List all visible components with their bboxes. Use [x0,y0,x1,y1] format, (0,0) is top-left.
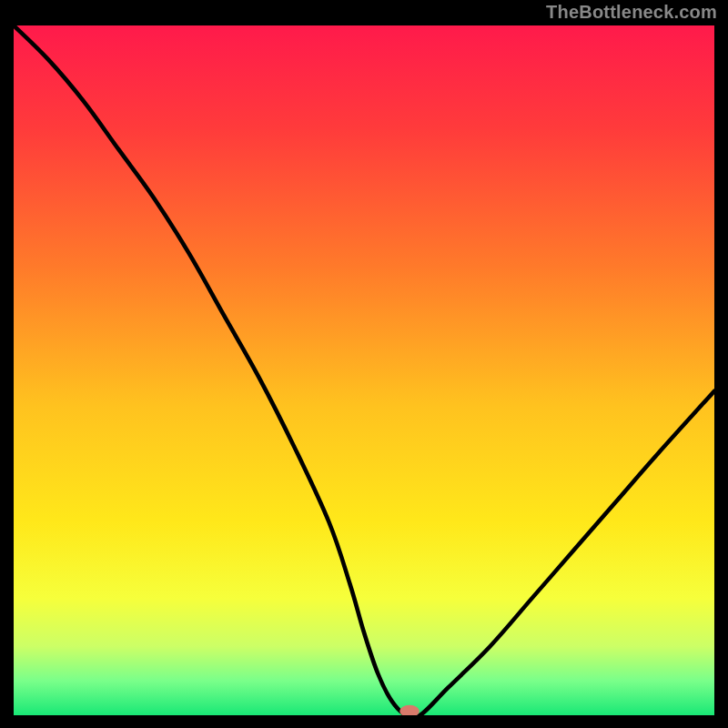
chart-container: TheBottleneck.com [0,0,728,728]
plot-frame [14,25,714,715]
bottleneck-plot [14,25,714,715]
watermark-text: TheBottleneck.com [546,2,717,23]
heat-gradient-background [14,25,714,715]
